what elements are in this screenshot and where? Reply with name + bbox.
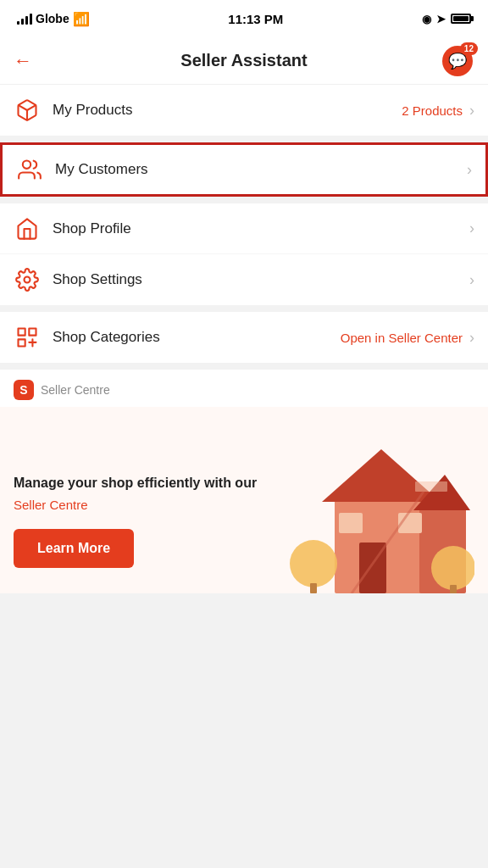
chevron-right-icon: › — [469, 220, 474, 237]
svg-rect-16 — [310, 583, 317, 593]
products-count: 2 Products — [402, 103, 463, 118]
shop-categories-section: Shop Categories Open in Seller Center › — [0, 312, 488, 363]
status-time: 11:13 PM — [228, 12, 283, 26]
my-customers-right: › — [463, 161, 472, 179]
svg-point-1 — [23, 161, 30, 169]
shop-profile-item[interactable]: Shop Profile › — [0, 203, 488, 254]
my-products-label: My Products — [53, 102, 402, 119]
house-illustration — [288, 424, 474, 593]
svg-rect-11 — [339, 513, 363, 533]
chevron-right-icon: › — [469, 329, 474, 347]
chevron-right-icon: › — [469, 102, 474, 120]
shop-profile-label: Shop Profile — [53, 220, 466, 237]
chat-button[interactable]: 💬 12 — [441, 44, 474, 78]
box-icon — [14, 97, 41, 124]
grid-icon — [14, 324, 41, 351]
back-button[interactable]: ← — [14, 50, 47, 72]
shopee-logo: S — [14, 380, 34, 400]
battery-icon — [451, 14, 471, 24]
send-icon: ➤ — [436, 13, 446, 25]
shop-settings-label: Shop Settings — [53, 271, 466, 288]
svg-rect-17 — [450, 585, 457, 593]
shop-settings-right: › — [466, 271, 474, 289]
seller-centre-section: S Seller Centre Manage your shop efficie… — [0, 370, 488, 593]
shop-categories-right: Open in Seller Center › — [341, 329, 474, 347]
seller-centre-header: S Seller Centre — [0, 370, 488, 407]
my-products-section: My Products 2 Products › — [0, 85, 488, 136]
status-bar: Globe 📶 11:13 PM ◉ ➤ — [0, 0, 488, 37]
banner-content: Manage your shop efficiently with our Se… — [0, 407, 488, 593]
my-products-right: 2 Products › — [402, 102, 474, 120]
learn-more-button[interactable]: Learn More — [14, 529, 134, 568]
shop-section: Shop Profile › Shop Settings › — [0, 203, 488, 305]
shop-settings-item[interactable]: Shop Settings › — [0, 254, 488, 305]
my-products-item[interactable]: My Products 2 Products › — [0, 85, 488, 136]
chevron-right-icon: › — [467, 161, 472, 179]
svg-point-15 — [431, 546, 474, 590]
shop-categories-item[interactable]: Shop Categories Open in Seller Center › — [0, 312, 488, 363]
svg-rect-5 — [19, 339, 25, 346]
page-title: Seller Assistant — [180, 51, 307, 70]
status-right: ◉ ➤ — [422, 13, 471, 25]
chevron-right-icon: › — [469, 271, 474, 289]
shop-icon — [14, 215, 41, 242]
my-customers-label: My Customers — [55, 161, 463, 178]
seller-centre-header-label: Seller Centre — [41, 383, 110, 397]
chat-badge: 12 — [460, 42, 478, 55]
my-customers-item[interactable]: My Customers › — [3, 145, 485, 194]
svg-rect-13 — [415, 481, 447, 492]
signal-icon — [17, 13, 32, 25]
footer-area — [0, 600, 488, 770]
my-customers-section: My Customers › — [0, 142, 488, 197]
open-seller-center-label: Open in Seller Center — [341, 331, 463, 345]
wifi-icon: 📶 — [73, 11, 90, 27]
banner-link[interactable]: Seller Centre — [14, 498, 288, 512]
svg-rect-3 — [19, 329, 25, 336]
svg-point-2 — [25, 277, 30, 283]
carrier-label: Globe — [36, 12, 69, 25]
location-icon: ◉ — [422, 13, 431, 25]
status-left: Globe 📶 — [17, 11, 90, 27]
shop-categories-label: Shop Categories — [53, 329, 341, 346]
svg-rect-4 — [29, 329, 36, 336]
banner-title: Manage your shop efficiently with our — [14, 474, 288, 492]
gear-icon — [14, 266, 41, 293]
customers-icon — [16, 156, 43, 183]
svg-point-14 — [290, 540, 337, 587]
app-header: ← Seller Assistant 💬 12 — [0, 37, 488, 85]
banner-text: Manage your shop efficiently with our Se… — [14, 474, 288, 593]
shop-profile-right: › — [466, 220, 474, 237]
